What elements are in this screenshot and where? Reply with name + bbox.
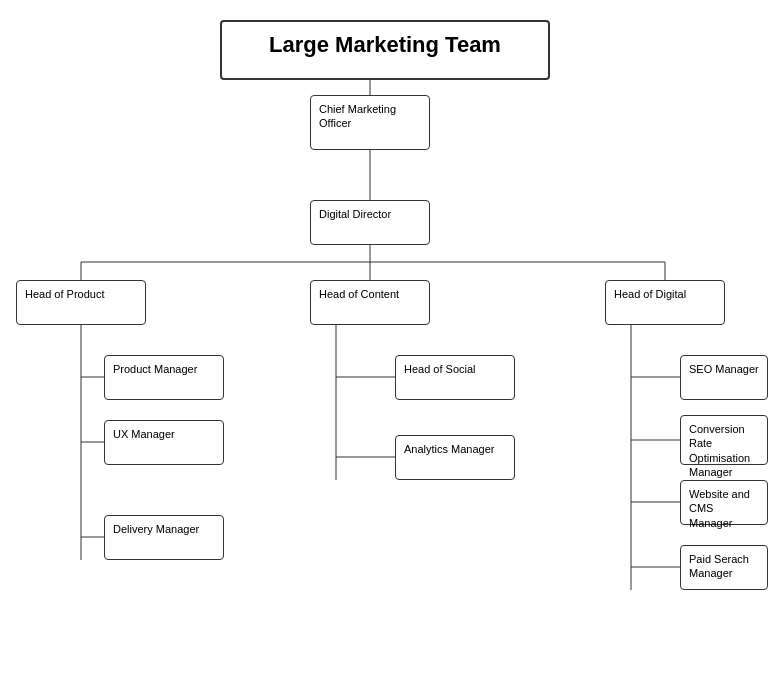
node-delivery-manager: Delivery Manager: [104, 515, 224, 560]
node-head-social: Head of Social: [395, 355, 515, 400]
node-head-content: Head of Content: [310, 280, 430, 325]
node-head-digital: Head of Digital: [605, 280, 725, 325]
node-conversion-manager: Conversion Rate Optimisation Manager: [680, 415, 768, 465]
node-cmo: Chief Marketing Officer: [310, 95, 430, 150]
node-digital-director: Digital Director: [310, 200, 430, 245]
chart-title: Large Marketing Team: [220, 20, 550, 80]
node-paid-search: Paid Serach Manager: [680, 545, 768, 590]
node-analytics-manager: Analytics Manager: [395, 435, 515, 480]
node-seo-manager: SEO Manager: [680, 355, 768, 400]
node-product-manager: Product Manager: [104, 355, 224, 400]
org-chart: Large Marketing Team Chief Marketing Off…: [0, 0, 775, 679]
node-ux-manager: UX Manager: [104, 420, 224, 465]
node-website-cms: Website and CMS Manager: [680, 480, 768, 525]
node-head-product: Head of Product: [16, 280, 146, 325]
